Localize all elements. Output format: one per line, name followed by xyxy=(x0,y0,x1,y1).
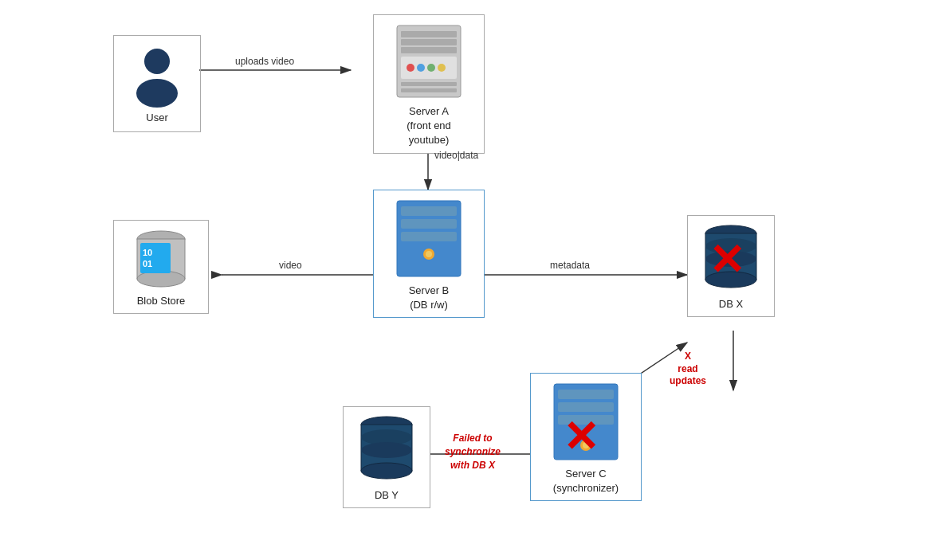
svg-rect-25 xyxy=(401,232,457,241)
diagram-container: User uploads video Server A (front end y… xyxy=(0,0,927,560)
svg-text:01: 01 xyxy=(143,259,152,268)
svg-rect-23 xyxy=(401,206,457,216)
svg-rect-20 xyxy=(401,82,457,86)
blob-store-node: 10 01 Blob Store xyxy=(113,220,209,314)
svg-rect-41 xyxy=(558,402,614,412)
svg-point-17 xyxy=(417,64,425,72)
user-icon xyxy=(129,44,185,108)
server-b-label: Server B (DB r/w) xyxy=(409,284,450,312)
uploads-video-label: uploads video xyxy=(235,56,294,67)
server-a-node: Server A (front end youtube) xyxy=(373,14,485,154)
svg-point-27 xyxy=(426,251,432,257)
server-c-error-icon: ✕ xyxy=(563,415,599,458)
svg-rect-40 xyxy=(558,390,614,399)
svg-point-16 xyxy=(407,64,414,72)
failed-sync-label: Failed to synchronize with DB X xyxy=(445,432,501,472)
server-a-icon xyxy=(393,22,465,101)
svg-text:10: 10 xyxy=(143,248,152,257)
svg-point-47 xyxy=(361,463,412,479)
user-label: User xyxy=(146,111,167,125)
svg-rect-24 xyxy=(401,219,457,229)
server-b-icon xyxy=(393,197,465,280)
svg-point-49 xyxy=(361,442,412,458)
blob-store-label: Blob Store xyxy=(137,294,186,308)
db-x-error-icon: ✕ xyxy=(709,238,744,281)
server-a-label: Server A (front end youtube) xyxy=(407,104,451,148)
svg-point-10 xyxy=(136,79,178,108)
svg-point-19 xyxy=(438,64,446,72)
db-y-node: DB Y xyxy=(343,406,430,508)
svg-rect-12 xyxy=(401,31,457,37)
svg-rect-13 xyxy=(401,39,457,45)
video-data-label: video|data xyxy=(434,150,478,161)
svg-rect-21 xyxy=(401,88,457,92)
db-x-label: DB X xyxy=(719,297,743,311)
user-node: User xyxy=(113,35,201,132)
read-updates-label: X read updates xyxy=(670,350,706,388)
video-label: video xyxy=(279,260,302,271)
svg-point-9 xyxy=(144,49,170,74)
svg-rect-14 xyxy=(401,47,457,53)
blob-store-icon: 10 01 xyxy=(129,227,193,291)
svg-point-18 xyxy=(427,64,435,72)
server-b-node: Server B (DB r/w) xyxy=(373,190,485,318)
server-c-label: Server C (synchronizer) xyxy=(553,467,619,495)
server-c-node: ✕ Server C (synchronizer) xyxy=(530,373,642,501)
db-x-node: ✕ DB X xyxy=(687,215,775,317)
db-y-label: DB Y xyxy=(375,488,399,503)
db-y-icon xyxy=(355,413,418,485)
metadata-label: metadata xyxy=(550,260,590,271)
